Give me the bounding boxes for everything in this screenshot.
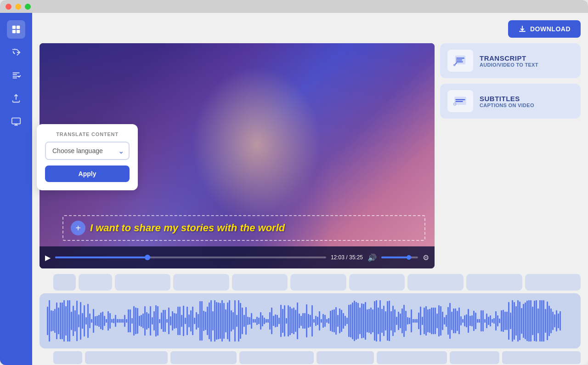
subtitle-overlay: + I want to share my stories with the wo…: [62, 215, 425, 241]
subtitles-text: SUBTITLES CAPTIONS ON VIDEO: [480, 95, 534, 108]
volume-thumb: [407, 255, 411, 260]
clip-item[interactable]: [466, 274, 522, 291]
clip-item[interactable]: [232, 274, 288, 291]
language-select-wrapper: Choose language English Spanish French G…: [45, 142, 130, 160]
download-button[interactable]: DOWNLOAD: [508, 20, 581, 38]
clip-item[interactable]: [115, 274, 171, 291]
maximize-button[interactable]: [25, 4, 31, 10]
svg-rect-0: [12, 26, 16, 29]
progress-fill: [55, 257, 147, 258]
volume-bar[interactable]: [381, 257, 418, 258]
subtitle-chip[interactable]: [170, 351, 237, 364]
subtitles-title: SUBTITLES: [480, 95, 534, 103]
clip-item[interactable]: [290, 274, 346, 291]
clip-item[interactable]: [79, 274, 112, 291]
subtitle-chip[interactable]: [85, 351, 168, 364]
svg-rect-1: [17, 26, 20, 29]
subtitle-chip[interactable]: [53, 351, 82, 364]
minimize-button[interactable]: [15, 4, 21, 10]
window-chrome: [0, 0, 588, 13]
clip-item[interactable]: [349, 274, 405, 291]
time-display: 12:03 / 35:25: [331, 254, 363, 261]
sidebar-item-translate[interactable]: [7, 43, 25, 62]
subtitles-subtitle: CAPTIONS ON VIDEO: [480, 103, 534, 108]
right-panels: TRANSCRIPT AUDIO/VIDEO TO TEXT: [440, 43, 581, 268]
clip-item[interactable]: [173, 274, 229, 291]
clip-item[interactable]: [53, 274, 76, 291]
add-subtitle-button[interactable]: +: [71, 221, 85, 235]
subtitle-chip[interactable]: [502, 351, 581, 364]
progress-thumb: [145, 255, 150, 260]
sidebar-item-upload[interactable]: [7, 89, 25, 108]
progress-bar[interactable]: [55, 257, 326, 258]
svg-rect-7: [454, 97, 466, 105]
waveform-visual: [47, 300, 573, 342]
clip-item[interactable]: [525, 274, 581, 291]
svg-rect-4: [12, 118, 20, 124]
transcript-panel[interactable]: TRANSCRIPT AUDIO/VIDEO TO TEXT: [440, 43, 581, 78]
sidebar: [0, 13, 32, 365]
top-bar: DOWNLOAD: [40, 20, 581, 38]
apply-button[interactable]: Apply: [45, 165, 130, 182]
subtitles-panel[interactable]: SUBTITLES CAPTIONS ON VIDEO: [440, 84, 581, 119]
clips-row: [40, 274, 581, 291]
volume-fill: [381, 257, 409, 258]
sidebar-item-dashboard[interactable]: [7, 20, 25, 39]
sidebar-item-display[interactable]: [7, 112, 25, 131]
play-button[interactable]: ▶: [45, 253, 51, 262]
subtitle-chips-row: [40, 351, 581, 364]
close-button[interactable]: [6, 4, 11, 10]
volume-icon[interactable]: 🔊: [368, 253, 377, 262]
translate-title: TRANSLATE CONTENT: [45, 131, 130, 137]
subtitle-chip[interactable]: [239, 351, 314, 364]
subtitle-chip[interactable]: [377, 351, 447, 364]
transcript-title: TRANSCRIPT: [480, 54, 538, 62]
translate-popup: TRANSLATE CONTENT Choose language Englis…: [37, 124, 138, 190]
transcript-text: TRANSCRIPT AUDIO/VIDEO TO TEXT: [480, 54, 538, 68]
download-label: DOWNLOAD: [530, 25, 571, 33]
timeline-area: [40, 274, 581, 365]
svg-point-6: [453, 64, 456, 66]
subtitles-icon-box: [447, 90, 473, 112]
settings-icon[interactable]: ⚙: [423, 253, 429, 262]
transcript-subtitle: AUDIO/VIDEO TO TEXT: [480, 62, 538, 68]
subtitles-icon: [453, 94, 468, 108]
subtitle-chip[interactable]: [317, 351, 374, 364]
transcript-icon-box: [447, 50, 473, 72]
video-controls: ▶ 12:03 / 35:25 🔊 ⚙: [40, 246, 435, 268]
sidebar-item-text[interactable]: [7, 66, 25, 85]
subtitle-chip[interactable]: [450, 351, 499, 364]
svg-rect-2: [12, 30, 16, 33]
language-select[interactable]: Choose language English Spanish French G…: [45, 142, 130, 160]
svg-rect-3: [17, 30, 20, 33]
transcript-icon: [453, 53, 468, 68]
download-icon: [518, 25, 526, 33]
audio-waveform[interactable]: [40, 293, 581, 348]
subtitle-text: I want to share my stories with the worl…: [90, 222, 285, 234]
clip-item[interactable]: [407, 274, 464, 291]
